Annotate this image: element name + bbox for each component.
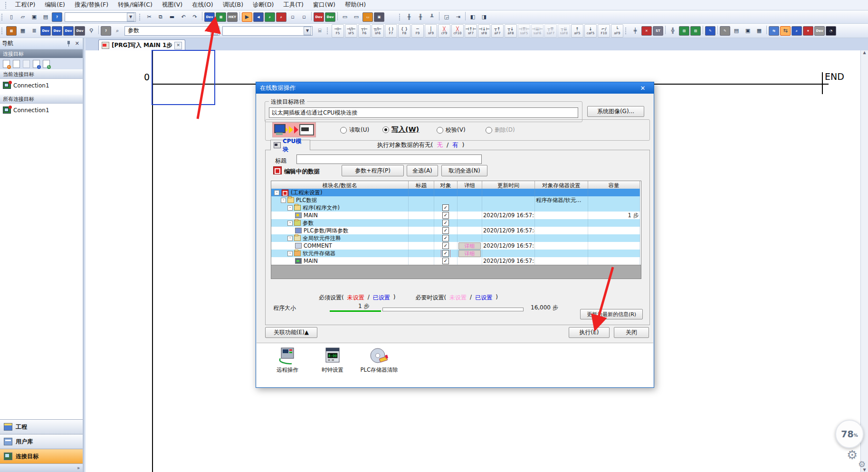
close-button[interactable]: 关闭 — [614, 327, 649, 338]
cross-reference-icon[interactable]: ⌕ — [792, 26, 802, 36]
table-row[interactable]: - 全局软元件注释 ✓ — [271, 234, 641, 242]
ladder-symbol-button[interactable]: ╳cF9 — [438, 24, 450, 38]
required-set-link[interactable]: 已设置 — [373, 294, 390, 302]
sidebar-item-project[interactable]: 工程 — [0, 419, 83, 434]
read-mode-icon[interactable]: ▨ — [679, 26, 689, 36]
menu-item[interactable]: 在线(O) — [187, 0, 218, 10]
target-checkbox[interactable]: ✓ — [442, 212, 449, 219]
ladder-symbol-button[interactable]: ┬↓aF8 — [505, 24, 517, 38]
table-row[interactable]: MAIN ✓ 2020/12/09 16:57:50 — [271, 257, 641, 265]
open-file-icon[interactable]: ▱ — [18, 12, 28, 22]
menu-item[interactable]: 转换/编译(C) — [113, 0, 157, 10]
table-row[interactable]: COMMENT ✓ 详细 2020/12/09 16:57:50 — [271, 242, 641, 250]
ladder-symbol-button[interactable]: ⊣⊢F5 — [332, 24, 344, 38]
trace-line-icon[interactable]: ╪ — [630, 26, 640, 36]
connection-path-field[interactable]: 以太网插板通信通过CPU模块连接 — [269, 107, 578, 118]
close-icon[interactable]: ✕ — [74, 40, 81, 47]
menu-item[interactable]: 工具(T) — [278, 0, 308, 10]
doc-find-icon[interactable]: ▣ — [743, 26, 753, 36]
target-checkbox[interactable]: ✓ — [442, 242, 449, 249]
window-cascade-icon[interactable]: ▭ — [340, 12, 350, 22]
menu-item[interactable]: 诊断(D) — [248, 0, 278, 10]
device-display-icon[interactable]: Dev — [204, 12, 215, 22]
quick-search-combo[interactable]: ▼ — [65, 12, 136, 22]
window-tile-icon[interactable]: ▭ — [351, 12, 362, 22]
editor-vertical-scrollbar[interactable]: ▲▼ — [860, 50, 868, 472]
tab-prg-write-main[interactable]: [PRG]写入 MAIN 1步 ✕ — [98, 39, 185, 51]
new-file-icon[interactable]: ▯ — [6, 12, 17, 22]
target-checkbox[interactable]: ✓ — [442, 204, 449, 211]
target-checkbox[interactable]: ✓ — [442, 235, 449, 241]
sidebar-item-connection-destination[interactable]: 连接目标 — [0, 449, 83, 463]
parameter-icon[interactable]: ▩ — [6, 26, 17, 36]
copy-icon[interactable]: ⧉ — [155, 12, 166, 22]
tab-close-icon[interactable]: ✕ — [174, 42, 182, 49]
menu-item[interactable]: 编辑(E) — [40, 0, 70, 10]
ladder-symbol-button[interactable]: ╳cF10 — [451, 24, 464, 38]
trace-start-icon[interactable]: ╫ — [415, 12, 426, 22]
ladder-symbol-button[interactable]: ┬∕⊢sF6 — [372, 24, 384, 38]
dialog-close-icon[interactable]: ✕ — [636, 85, 650, 92]
table-row[interactable]: - 软元件存储器 ✓ 详细 — [271, 250, 641, 257]
delete-line-icon[interactable]: ✕ — [641, 26, 652, 36]
write-mode-icon[interactable]: ▧ — [690, 26, 701, 36]
new-connection-icon[interactable]: + — [3, 60, 10, 68]
debug-step-icon[interactable]: ◲ — [441, 12, 452, 22]
device-display-mode-icon[interactable]: ⇆ — [769, 26, 779, 36]
device-list-icon[interactable]: ⌖ — [803, 26, 813, 36]
radio-write[interactable]: 写入(W) — [382, 125, 419, 134]
radio-read[interactable]: 读取(U) — [340, 126, 369, 134]
radio-verify[interactable]: 校验(V) — [437, 126, 466, 134]
module-config-icon[interactable]: ▦ — [18, 26, 28, 36]
table-row[interactable]: - PLC数据 程序存储器/软元... — [271, 196, 641, 204]
property-icon[interactable]: i — [33, 60, 40, 68]
help2-icon[interactable]: ? — [101, 26, 111, 36]
pc-lock-icon[interactable]: ▣ — [374, 12, 384, 22]
required-not-set-link[interactable]: 未设置 — [347, 294, 364, 302]
ladder-symbol-button[interactable]: ↓caF5 — [584, 24, 597, 38]
detail-button[interactable]: 详细 — [458, 242, 481, 250]
statement-edit-icon[interactable]: ✎ — [720, 26, 730, 36]
comment-display-icon[interactable]: Dev — [52, 26, 62, 36]
device-combo[interactable]: ▼ — [222, 26, 313, 36]
ladder-symbol-button[interactable]: ┬⊢F6 — [358, 24, 371, 38]
target-checkbox[interactable]: ✓ — [442, 220, 449, 226]
table-row[interactable]: - 参数 ✓ — [271, 219, 641, 227]
table-row[interactable]: - (工程未设置) — [271, 189, 641, 196]
statement-display-icon[interactable]: Dev — [63, 26, 74, 36]
chevron-down-icon[interactable]: ▼ — [127, 13, 134, 21]
ladder-symbol-button[interactable]: ─F9 — [411, 24, 424, 38]
collapse-icon[interactable]: - — [287, 221, 293, 226]
scan-time-icon[interactable]: ◧ — [467, 12, 478, 22]
doc-create-icon[interactable]: ▤ — [731, 26, 742, 36]
ladder-cell-cursor[interactable] — [152, 50, 215, 105]
related-functions-button[interactable]: 关联功能(E)▲ — [265, 327, 317, 338]
clock-setting-item[interactable]: 8:00 时钟设置 — [316, 347, 349, 374]
help-icon[interactable]: ? — [52, 12, 62, 22]
menu-item[interactable]: 调试(B) — [218, 0, 248, 10]
monitor-stop-icon[interactable]: ⌕ — [276, 12, 286, 22]
hot-key-icon[interactable]: HKY — [227, 12, 238, 22]
optional-not-set-link[interactable]: 未设置 — [449, 294, 467, 302]
write-to-plc-icon[interactable]: ▶ — [242, 12, 252, 22]
target-checkbox[interactable]: ✓ — [442, 258, 449, 264]
optional-set-link[interactable]: 已设置 — [475, 294, 492, 302]
target-checkbox[interactable]: ✓ — [442, 227, 449, 234]
paste-icon[interactable]: ▬ — [167, 12, 177, 22]
menu-item[interactable]: 工程(P) — [10, 0, 40, 10]
ladder-symbol-button[interactable]: └aF9 — [611, 24, 623, 38]
percent-overlay-badge[interactable]: 78% — [835, 420, 864, 448]
dialog-title-bar[interactable]: 在线数据操作 ✕ — [256, 82, 654, 94]
table-row[interactable]: - 程序(程序文件) ✓ — [271, 204, 641, 212]
chevron-down-icon[interactable]: ▼ — [210, 27, 218, 35]
ladder-symbol-button[interactable]: ⊣↓⊢sF8 — [478, 24, 490, 38]
connection-item[interactable]: Connection1 — [0, 105, 83, 115]
system-image-button[interactable]: 系统图像(G)... — [587, 106, 644, 117]
execute-button[interactable]: 执行(E) — [569, 327, 610, 338]
ladder-symbol-button[interactable]: │sF9 — [425, 24, 437, 38]
menu-item[interactable]: 窗口(W) — [308, 0, 340, 10]
monitor-resume-icon[interactable]: ▫ — [299, 12, 309, 22]
monitor-start-icon[interactable]: ⌕ — [265, 12, 275, 22]
paste-icon[interactable] — [23, 60, 30, 68]
cut-icon[interactable]: ✂ — [144, 12, 154, 22]
